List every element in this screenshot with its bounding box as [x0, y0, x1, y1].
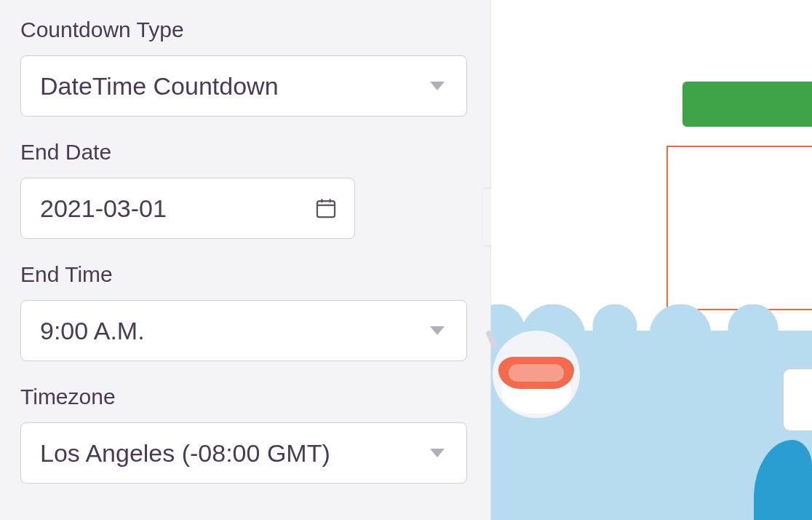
- preview-illustration-blob: [754, 440, 812, 520]
- countdown-type-label: Countdown Type: [20, 17, 470, 42]
- timezone-select[interactable]: Los Angeles (-08:00 GMT): [20, 422, 467, 484]
- preview-green-bar: [682, 82, 812, 127]
- end-date-input[interactable]: 2021-03-01: [20, 178, 355, 239]
- countdown-type-value: DateTime Countdown: [40, 72, 447, 101]
- preview-white-card: [783, 369, 812, 431]
- preview-selected-element[interactable]: [666, 146, 812, 310]
- svg-rect-0: [317, 201, 335, 217]
- end-time-group: End Time 9:00 A.M.: [20, 262, 470, 361]
- end-date-value: 2021-03-01: [40, 194, 335, 223]
- caret-down-icon: [430, 449, 445, 457]
- end-time-value: 9:00 A.M.: [40, 317, 447, 345]
- countdown-type-group: Countdown Type DateTime Countdown: [20, 17, 470, 117]
- preview-canvas: [491, 0, 812, 520]
- timezone-label: Timezone: [20, 385, 470, 409]
- end-date-label: End Date: [20, 140, 470, 165]
- end-time-label: End Time: [20, 262, 470, 287]
- preview-illustration-sky: [491, 331, 812, 520]
- calendar-icon: [314, 196, 338, 221]
- caret-down-icon: [430, 326, 445, 335]
- timezone-value: Los Angeles (-08:00 GMT): [40, 439, 447, 468]
- end-date-group: End Date 2021-03-01: [20, 140, 470, 239]
- settings-panel: Countdown Type DateTime Countdown End Da…: [0, 0, 491, 520]
- timezone-group: Timezone Los Angeles (-08:00 GMT): [20, 385, 470, 484]
- preview-illustration-astronaut: [478, 331, 594, 462]
- caret-down-icon: [430, 82, 445, 90]
- end-time-select[interactable]: 9:00 A.M.: [20, 300, 467, 361]
- countdown-type-select[interactable]: DateTime Countdown: [20, 55, 467, 117]
